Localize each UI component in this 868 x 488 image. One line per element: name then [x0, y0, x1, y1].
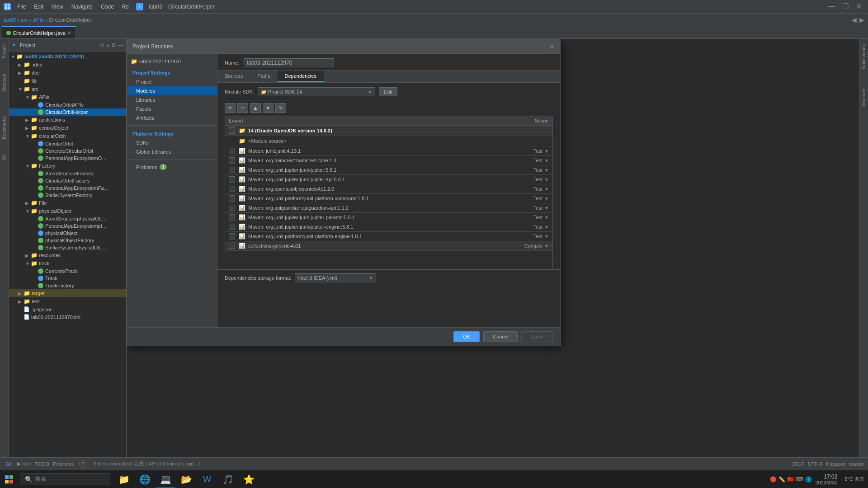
close-btn[interactable]: ✕: [853, 2, 864, 11]
move-up-button[interactable]: ▲: [250, 103, 261, 113]
dialog-close-icon[interactable]: ✕: [549, 43, 555, 50]
menu-file[interactable]: File: [14, 3, 29, 11]
tree-resources[interactable]: ▶ 📁 resources: [9, 251, 126, 259]
tree-circular-orbit[interactable]: ▼ 📁 circularOrbit: [9, 132, 126, 140]
nav-project-item[interactable]: Project: [127, 77, 217, 86]
run-btn[interactable]: ▶ Run: [17, 461, 31, 467]
tree-po4[interactable]: physicalObjectFactory: [9, 237, 126, 244]
tab-sources[interactable]: Sources: [217, 70, 250, 82]
add-dep-button[interactable]: +: [225, 103, 236, 113]
nav-artifacts-item[interactable]: Artifacts: [127, 113, 217, 122]
dep-row-dep8[interactable]: 📊Maven: org.junit.jupiter:junit-jupiter-…: [225, 213, 552, 222]
taskbar-time-display[interactable]: 17:02 2023/4/30: [816, 474, 838, 485]
problems-btn[interactable]: Problems: [53, 461, 74, 467]
menu-navigate[interactable]: Navigate: [68, 3, 96, 11]
gear-icon[interactable]: ⚙: [111, 42, 116, 48]
apply-button[interactable]: Apply: [521, 331, 553, 342]
tree-target[interactable]: ▶ 📁 target: [9, 289, 126, 297]
tree-f1[interactable]: AtomStructureFactory: [9, 170, 126, 177]
tree-co3[interactable]: PersonalAppEcosystemO…: [9, 155, 126, 162]
tree-idea[interactable]: ▶ 📁 .idea: [9, 61, 126, 69]
tree-file[interactable]: ▶ 📁 File: [9, 199, 126, 207]
edit-sdk-button[interactable]: Edit: [379, 87, 397, 96]
taskbar-app-music[interactable]: 🎵: [218, 470, 238, 488]
tree-t3[interactable]: TrackFactory: [9, 282, 126, 289]
tree-test[interactable]: ▶ 📁 test: [9, 297, 126, 305]
cancel-button[interactable]: Cancel: [483, 331, 518, 342]
tree-gitignore[interactable]: 📄 .gitignore: [9, 305, 126, 313]
tree-co2[interactable]: ConcreteCircularOrbit: [9, 147, 126, 155]
nav-global-libraries-item[interactable]: Global Libraries: [127, 147, 217, 156]
dep-row-dep1[interactable]: 📊Maven: junit:junit:4.13.1Test▼: [225, 146, 552, 156]
tree-central-object[interactable]: ▶ 📁 centralObject: [9, 124, 126, 132]
git-side-icon[interactable]: Git: [1, 153, 8, 162]
back-arrow[interactable]: ◀: [852, 16, 857, 23]
tree-src[interactable]: ▼ 📁 src: [9, 85, 126, 93]
checkbox[interactable]: [229, 167, 235, 173]
checkbox[interactable]: [229, 176, 235, 183]
tab-circular-orbit-helper[interactable]: CircularOrbitHelper.java ✕: [2, 26, 76, 38]
locate-icon[interactable]: ⊙: [100, 42, 104, 48]
tree-co1[interactable]: CircularOrbit: [9, 140, 126, 147]
help-btn[interactable]: ?: [79, 460, 86, 468]
bookmarks-side-icon[interactable]: Bookmarks: [1, 115, 8, 141]
tree-f3[interactable]: PersonalAppEcosystemFa…: [9, 184, 126, 192]
breadcrumb-lab03[interactable]: lab03: [4, 17, 16, 23]
tree-circular-orbit-apis[interactable]: CircularOrbitAPIs: [9, 101, 126, 108]
checkbox[interactable]: [229, 157, 235, 164]
collapse-icon[interactable]: ≡: [106, 42, 109, 48]
nav-libraries-item[interactable]: Libraries: [127, 95, 217, 104]
tree-apis[interactable]: ▼ 📁 APIs: [9, 93, 126, 101]
dep-row-dep10[interactable]: 📊Maven: org.junit.platform:junit-platfor…: [225, 232, 552, 241]
tree-factory[interactable]: ▼ 📁 Factory: [9, 162, 126, 170]
notifications-icon[interactable]: Notifications: [860, 42, 867, 70]
ok-button[interactable]: OK: [453, 331, 480, 342]
breadcrumb-src[interactable]: src: [21, 17, 28, 23]
taskbar-app-intellij[interactable]: 💻: [156, 470, 175, 488]
tree-t1[interactable]: ConcreteTrack: [9, 267, 126, 275]
dep-row-dep7[interactable]: 📊Maven: org.apiguardian:apiguardian-api:…: [225, 203, 552, 213]
menu-code[interactable]: Code: [97, 3, 118, 11]
forward-arrow[interactable]: ▶: [859, 16, 864, 23]
tree-po1[interactable]: AtomStructurephysicalOb…: [9, 215, 126, 222]
minimize-btn[interactable]: —: [825, 2, 838, 11]
checkbox[interactable]: [229, 186, 235, 192]
checkbox[interactable]: [229, 127, 235, 134]
checkbox[interactable]: [229, 195, 235, 202]
structure-side-icon[interactable]: Structure: [1, 72, 8, 94]
git-status-btn[interactable]: Git: [4, 461, 14, 467]
tree-po5[interactable]: StellarSystemphysicalObj…: [9, 244, 126, 251]
dep-row-dep11[interactable]: 📊collections-generic-4.01Compile▼: [225, 241, 552, 251]
taskbar-app-other[interactable]: ⭐: [239, 470, 259, 488]
nav-facets-item[interactable]: Facets: [127, 104, 217, 113]
edit-dep-button[interactable]: ✎: [275, 103, 286, 113]
tree-iml[interactable]: 📄 lab03-2021112970.iml: [9, 313, 126, 321]
module-name-input[interactable]: [244, 58, 334, 67]
dep-row-dep9[interactable]: 📊Maven: org.junit.jupiter:junit-jupiter-…: [225, 222, 552, 232]
nav-modules-item[interactable]: Modules: [127, 86, 217, 95]
sdk-select[interactable]: 📁 Project SDK 14 ▼: [258, 87, 375, 96]
dep-row-dep6[interactable]: 📊Maven: org.junit.platform:junit-platfor…: [225, 194, 552, 203]
tree-circular-orbit-helper[interactable]: CircularOrbitHelper: [9, 108, 126, 116]
tree-f2[interactable]: CircularOrbitFactory: [9, 177, 126, 184]
tree-track[interactable]: ▼ 📁 track: [9, 259, 126, 267]
dep-row-jdk[interactable]: 📁 14 (Oracle OpenJDK version 14.0.2): [225, 126, 552, 136]
taskbar-app-edge[interactable]: 🌐: [135, 470, 155, 488]
storage-select[interactable]: IntelliJ IDEA (.iml) ▼: [295, 273, 376, 282]
dep-row-dep5[interactable]: 📊Maven: org.opentest4j:opentest4j:1.2.0T…: [225, 184, 552, 194]
remove-dep-button[interactable]: −: [237, 103, 248, 113]
dep-row-dep2[interactable]: 📊Maven: org.hamcrest:hamcrest-core:1.3Te…: [225, 156, 552, 165]
maximize-btn[interactable]: ❐: [840, 2, 851, 11]
breadcrumb-file[interactable]: CircularOrbitHelper: [49, 17, 91, 23]
menu-re[interactable]: Re: [118, 3, 132, 11]
checkbox[interactable]: [229, 224, 235, 230]
dep-row-dep3[interactable]: 📊Maven: org.junit.jupiter:junit-jupiter:…: [225, 165, 552, 175]
dep-row-dep4[interactable]: 📊Maven: org.junit.jupiter:junit-jupiter-…: [225, 175, 552, 184]
tree-po3[interactable]: physicalObject: [9, 230, 126, 237]
menu-view[interactable]: View: [48, 3, 67, 11]
start-button[interactable]: [0, 470, 18, 488]
tab-paths[interactable]: Paths: [250, 70, 277, 82]
tree-dropdown-icon[interactable]: ▼: [12, 42, 16, 47]
project-side-icon[interactable]: Project: [1, 42, 8, 60]
tree-root[interactable]: ▼ 📁 lab03 [lab03-2021112970]: [9, 52, 126, 61]
